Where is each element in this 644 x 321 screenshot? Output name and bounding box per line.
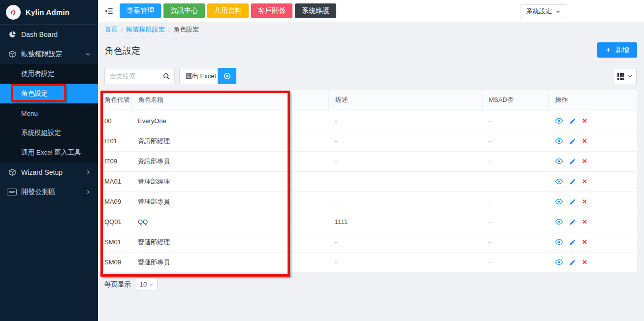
sidebar-collapse-icon[interactable] [103, 5, 115, 17]
column-header-role-code[interactable]: 角色代號 [98, 90, 131, 111]
cell-role-code: MA01 [98, 171, 131, 192]
sidebar-item-dashboard[interactable]: Dash Board [0, 25, 98, 44]
topnav-button-shared-data[interactable]: 共用資料 [207, 3, 249, 18]
sidebar-item-dev-area[interactable]: DEV 開發公測區 [0, 182, 98, 202]
cell-description: - [328, 252, 482, 272]
cube-icon [8, 50, 16, 59]
view-icon[interactable] [555, 197, 563, 206]
breadcrumb-separator: / [121, 26, 123, 33]
cell-msad: - [482, 192, 548, 212]
cell-role-code: SM09 [98, 252, 131, 272]
cell-description: - [328, 192, 482, 212]
delete-icon[interactable]: ✕ [582, 219, 587, 225]
table-row[interactable]: MA01 管理部經理 - - ✕ [98, 171, 637, 192]
pagination: 每页显示 10 [104, 278, 158, 291]
edit-icon[interactable] [569, 178, 576, 185]
pie-chart-icon [8, 31, 16, 39]
delete-icon[interactable]: ✕ [582, 118, 587, 124]
cell-role-name: 營運部經理 [131, 232, 328, 252]
breadcrumb-home[interactable]: 首页 [105, 25, 118, 34]
cell-actions: ✕ [548, 171, 637, 192]
cell-description: - [328, 171, 482, 192]
target-filter-button[interactable] [218, 68, 236, 84]
view-icon[interactable] [555, 218, 563, 226]
topnav-button-info-center[interactable]: 資訊中心 [163, 3, 205, 18]
sidebar-item-user-settings[interactable]: 使用者設定 [0, 64, 98, 84]
sidebar-item-label: Wizard Setup [21, 168, 63, 176]
breadcrumb-current: 角色設定 [173, 25, 199, 34]
sidebar-item-menu[interactable]: Menu [0, 103, 98, 123]
cell-role-name: 資訊部經理 [131, 131, 328, 151]
cell-msad: - [482, 212, 548, 232]
view-icon[interactable] [555, 258, 563, 266]
delete-icon[interactable]: ✕ [582, 178, 587, 185]
cell-role-code: MA09 [98, 192, 131, 212]
topnav-button-project[interactable]: 專案管理 [120, 3, 161, 18]
column-header-role-name[interactable]: 角色名稱 [131, 90, 328, 111]
column-header-description[interactable]: 描述 [328, 90, 482, 111]
edit-icon[interactable] [569, 219, 576, 225]
sidebar-item-account-permissions[interactable]: 帳號權限設定 [0, 44, 98, 64]
cell-role-name: 管理部經理 [131, 171, 328, 192]
export-excel-button[interactable]: 匯出 Excel [179, 68, 222, 84]
sidebar-item-system-module[interactable]: 系統模組設定 [0, 123, 98, 143]
system-settings-dropdown[interactable]: 系統設定 [520, 4, 567, 18]
topbar: 專案管理 資訊中心 共用資料 客戶關係 系統維護 系統設定 [98, 0, 644, 22]
view-icon[interactable] [555, 157, 563, 165]
delete-icon[interactable]: ✕ [582, 259, 587, 265]
edit-icon[interactable] [569, 239, 576, 246]
edit-icon[interactable] [569, 118, 576, 125]
chevron-right-icon [85, 169, 91, 175]
view-icon[interactable] [555, 177, 563, 186]
page-size-label: 每页显示 [104, 280, 131, 289]
edit-icon[interactable] [569, 198, 576, 205]
add-button[interactable]: 新增 [597, 42, 637, 58]
sidebar-item-role-settings[interactable]: 角色設定 [0, 84, 98, 103]
sidebar-item-excel-import[interactable]: 通用 Excel 匯入工具 [0, 143, 98, 162]
sidebar-item-label: Dash Board [21, 31, 58, 38]
breadcrumb-account-permissions[interactable]: 帳號權限設定 [127, 25, 165, 34]
sidebar-item-wizard-setup[interactable]: Wizard Setup [0, 162, 98, 182]
cell-msad: - [482, 232, 548, 252]
table-row[interactable]: IT01 資訊部經理 - - ✕ [98, 131, 637, 151]
app-title: Kylin Admin [26, 8, 69, 16]
cell-actions: ✕ [548, 192, 637, 212]
add-button-label: 新增 [615, 46, 629, 55]
cell-role-name: QQ [131, 212, 328, 232]
view-icon[interactable] [555, 137, 563, 145]
dev-icon: DEV [7, 189, 17, 195]
view-icon[interactable] [555, 238, 563, 246]
delete-icon[interactable]: ✕ [582, 198, 587, 205]
roles-table: 角色代號 角色名稱 描述 MSAD否 操作 00 EveryOne - - [98, 90, 637, 273]
table-row[interactable]: IT09 資訊部專員 - - ✕ [98, 151, 637, 171]
table-row[interactable]: SM09 營運部專員 - - ✕ [98, 252, 637, 272]
cell-msad: - [482, 131, 548, 151]
cell-role-code: IT09 [98, 151, 131, 171]
topnav-button-customer[interactable]: 客戶關係 [251, 3, 292, 18]
content-area: 首页 / 帳號權限設定 / 角色設定 角色設定 新增 匯出 Excel [98, 22, 644, 321]
search-icon[interactable] [162, 72, 170, 80]
cell-msad: - [482, 111, 548, 131]
delete-icon[interactable]: ✕ [582, 239, 587, 245]
edit-icon[interactable] [569, 138, 576, 145]
cell-actions: ✕ [548, 212, 637, 232]
search-input[interactable] [105, 68, 158, 84]
table-row[interactable]: 00 EveryOne - - ✕ [98, 111, 637, 131]
delete-icon[interactable]: ✕ [582, 158, 587, 164]
table-row[interactable]: SM01 營運部經理 - - ✕ [98, 232, 637, 252]
page-size-select[interactable]: 10 [136, 278, 158, 291]
topnav-button-maintenance[interactable]: 系統維護 [295, 3, 336, 18]
view-icon[interactable] [555, 117, 563, 125]
column-visibility-button[interactable] [613, 68, 637, 84]
chevron-down-icon [149, 282, 154, 287]
delete-icon[interactable]: ✕ [582, 138, 587, 144]
cell-description: - [328, 151, 482, 171]
table-row[interactable]: QQ01 QQ 1111 - ✕ [98, 212, 637, 232]
cube-icon [8, 168, 16, 177]
table-row[interactable]: MA09 管理部專員 - - ✕ [98, 192, 637, 212]
sidebar-item-label: 系統模組設定 [21, 128, 61, 137]
edit-icon[interactable] [569, 259, 576, 266]
edit-icon[interactable] [569, 158, 576, 165]
cell-msad: - [482, 171, 548, 192]
column-header-msad[interactable]: MSAD否 [482, 90, 548, 111]
